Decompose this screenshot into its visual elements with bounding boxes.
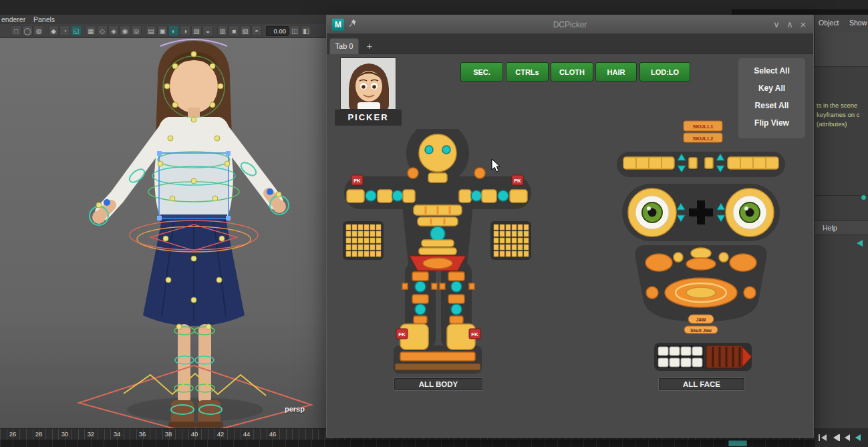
window-collapse-button[interactable]: ∨	[770, 19, 782, 31]
frame-tick: 38	[162, 430, 175, 438]
all-body-button[interactable]: ALL BODY	[394, 378, 483, 391]
spine-upper-control	[418, 217, 458, 226]
select-tool-icon[interactable]: □	[11, 25, 21, 36]
spine-mid-control	[430, 227, 445, 241]
left-hand-grid[interactable]	[343, 221, 384, 260]
dcpicker-window: M DCPicker ∨ ∧ × Tab 0 +	[326, 15, 814, 438]
left-elbow-control	[366, 190, 376, 201]
snap-to-point-icon[interactable]: ◈	[108, 25, 119, 36]
right-shoulder-control	[474, 168, 485, 178]
select-all-button[interactable]: Select All	[738, 62, 805, 80]
lighting-display-icon[interactable]: ◓	[251, 25, 262, 36]
paint-select-icon[interactable]: ◍	[33, 25, 44, 36]
hair-button[interactable]: HAIR	[595, 62, 637, 82]
scene-info-line: keyframes on c	[817, 111, 859, 118]
menu-panels[interactable]: Panels	[33, 15, 55, 23]
face-picker-diagram[interactable]: SKULL1 SKULL2	[614, 117, 794, 378]
toolbar-value-field[interactable]: 0.00	[266, 26, 289, 36]
screen: enderer Panels □ ◯ ◍ ◆ ◔ ◱ ▦ ◇ ◈ ◉ ◎ ▤ ▣…	[0, 0, 868, 447]
frame-tick: 36	[136, 430, 149, 438]
panel-header-block	[815, 32, 868, 67]
svg-text:SKULL1: SKULL1	[692, 124, 714, 130]
left-wrist-control	[347, 190, 364, 202]
teeth-controls[interactable]	[654, 343, 752, 371]
right-nostril-control	[719, 253, 728, 262]
go-to-start-button[interactable]	[818, 434, 829, 442]
menu-renderer[interactable]: enderer	[1, 15, 25, 23]
textured-display-icon[interactable]: ▧	[240, 25, 251, 36]
ipr-render-icon[interactable]: ▨	[191, 25, 202, 36]
tongue-control	[706, 345, 742, 368]
move-tool-icon[interactable]: ◆	[48, 25, 59, 36]
left-upperarm-control	[403, 190, 415, 202]
mouse-cursor	[491, 158, 501, 173]
add-tab-button[interactable]: +	[363, 38, 376, 54]
picker-window-title: DCPicker	[327, 20, 813, 29]
right-thigh-control	[448, 272, 464, 281]
snap-to-view-icon[interactable]: ◉	[120, 25, 130, 36]
menu-show[interactable]: Show	[849, 19, 867, 27]
sec-button[interactable]: SEC.	[460, 62, 503, 82]
xray-display-icon[interactable]: ◫	[289, 25, 300, 36]
picker-titlebar[interactable]: M DCPicker ∨ ∧ ×	[327, 15, 813, 34]
isolate-select-icon[interactable]: ◧	[301, 25, 311, 36]
construction-history-icon[interactable]: ◐	[168, 25, 179, 36]
lasso-select-icon[interactable]: ◯	[22, 25, 33, 36]
lod-button[interactable]: LOD:LO	[639, 62, 690, 82]
frame-tick: 26	[6, 430, 19, 438]
range-slider-handle[interactable]	[728, 440, 747, 446]
collapse-arrow-icon[interactable]	[855, 239, 864, 247]
right-forearm-control	[482, 190, 496, 202]
render-current-frame-icon[interactable]: ◑	[180, 25, 190, 36]
step-back-frame-button[interactable]	[843, 434, 851, 442]
tab-0[interactable]: Tab 0	[329, 38, 359, 54]
window-close-button[interactable]: ×	[797, 19, 809, 31]
ground-shadow	[127, 398, 263, 422]
snap-to-curve-icon[interactable]: ◇	[97, 25, 108, 36]
ctrls-button[interactable]: CTRLs	[506, 62, 549, 82]
rotate-tool-icon[interactable]: ◔	[59, 25, 70, 36]
head-control	[419, 134, 456, 172]
snap-to-grid-icon[interactable]: ▦	[86, 25, 96, 36]
center-brow-control	[705, 158, 713, 168]
menu-object[interactable]: Object	[819, 19, 839, 27]
cloth-button[interactable]: CLOTH	[551, 62, 593, 82]
camera-name-label: persp	[285, 405, 305, 413]
character-avatar[interactable]	[340, 57, 396, 110]
body-picker-diagram[interactable]: FK FK FK FK	[333, 129, 541, 396]
play-backwards-button[interactable]	[854, 434, 862, 442]
right-mouth-corner-control	[744, 287, 756, 299]
input-connections-icon[interactable]: ▤	[146, 25, 156, 36]
right-hand-grid[interactable]	[490, 221, 531, 260]
jaw-buttons[interactable]: JAW Skull Jaw	[684, 315, 718, 333]
left-mouth-corner-control	[646, 287, 658, 299]
svg-text:JAW: JAW	[696, 317, 706, 322]
3d-viewport[interactable]: persp	[0, 38, 326, 428]
help-tab[interactable]: Help	[815, 220, 868, 235]
reset-all-button[interactable]: Reset All	[738, 97, 805, 114]
viewport-menu-bar: enderer Panels	[0, 15, 326, 24]
all-face-button[interactable]: ALL FACE	[658, 378, 745, 391]
previous-key-button[interactable]	[831, 434, 841, 442]
left-forearm-control	[378, 190, 392, 202]
left-arm-joint-control	[392, 190, 403, 201]
render-settings-icon[interactable]: ◒	[202, 25, 213, 36]
left-cheek-control	[645, 254, 672, 271]
skull-buttons[interactable]: SKULL1 SKULL2	[684, 121, 722, 142]
status-dot-icon	[861, 195, 866, 200]
window-expand-button[interactable]: ∧	[784, 19, 796, 31]
key-all-button[interactable]: Key All	[738, 80, 805, 97]
make-live-icon[interactable]: ◎	[131, 25, 142, 36]
scale-tool-icon[interactable]: ◱	[71, 25, 82, 36]
right-shin-control	[448, 295, 464, 303]
right-cheek-control	[730, 254, 756, 271]
right-eye-control	[442, 146, 450, 154]
output-connections-icon[interactable]: ▣	[157, 25, 168, 36]
scene-info-line: ts in the scene	[817, 102, 857, 109]
frame-tick: 28	[32, 430, 45, 438]
wireframe-display-icon[interactable]: ▥	[217, 25, 228, 36]
shaded-display-icon[interactable]: ■	[229, 25, 239, 36]
svg-text:SKULL2: SKULL2	[692, 136, 714, 142]
viewport-icon-toolbar: □ ◯ ◍ ◆ ◔ ◱ ▦ ◇ ◈ ◉ ◎ ▤ ▣ ◐ ◑ ▨ ◒ ▥ ■ ▧ …	[0, 24, 326, 38]
viewport-3d-scene[interactable]	[0, 38, 326, 428]
